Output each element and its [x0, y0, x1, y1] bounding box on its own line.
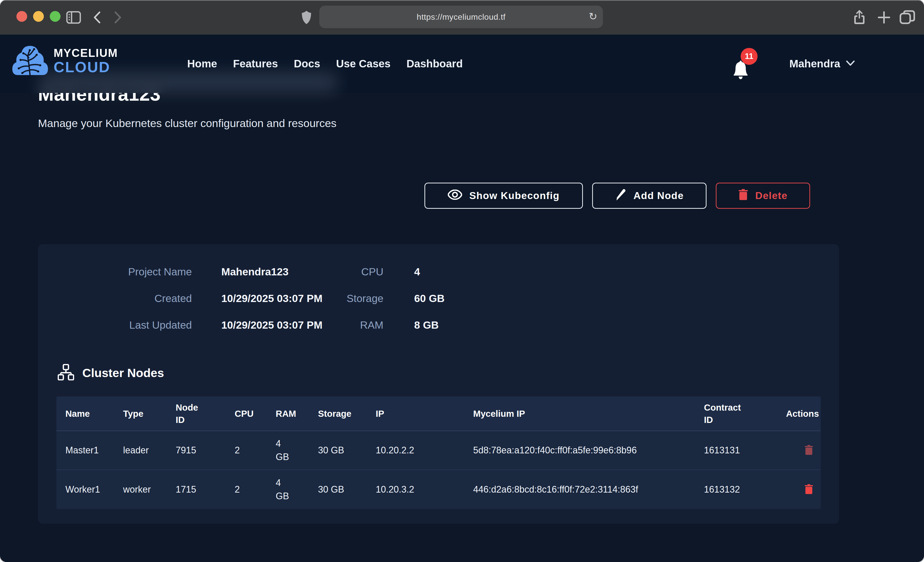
cluster-nodes-table: Name Type Node ID CPU RAM Storage IP Myc…: [56, 396, 820, 509]
cell-cpu: 2: [235, 444, 276, 457]
nav-item-use-cases[interactable]: Use Cases: [336, 58, 390, 70]
ram-label: RAM: [294, 318, 383, 332]
shield-icon[interactable]: [297, 0, 315, 34]
page-body: Mahendra123 Manage your Kubernetes clust…: [0, 34, 924, 562]
col-contract-id: Contract ID: [704, 401, 786, 426]
cell-name: Master1: [65, 444, 123, 457]
col-mycelium-ip: Mycelium IP: [473, 408, 704, 420]
tab-overview-icon[interactable]: [898, 0, 917, 34]
pencil-icon: [615, 189, 626, 203]
brand-logo[interactable]: MYCELIUM CLOUD: [10, 44, 118, 78]
cluster-actions-toolbar: Show Kubeconfig Add Node Delete: [424, 182, 810, 209]
table-header-row: Name Type Node ID CPU RAM Storage IP Myc…: [56, 396, 820, 431]
reload-icon[interactable]: ↻: [588, 10, 597, 22]
brand-name-bottom: CLOUD: [54, 60, 118, 75]
col-actions: Actions: [786, 408, 820, 420]
notification-count-badge: 11: [741, 48, 758, 65]
col-cpu: CPU: [235, 408, 276, 420]
brand-name-top: MYCELIUM: [54, 47, 118, 59]
table-row: Worker1 worker 1715 2 4 GB 30 GB 10.20.3…: [56, 470, 820, 509]
fullscreen-button[interactable]: [50, 11, 60, 22]
cell-contract-id: 1613132: [704, 483, 786, 496]
trash-icon: [804, 492, 813, 496]
last-updated-label: Last Updated: [38, 318, 192, 332]
delete-label: Delete: [755, 190, 788, 201]
col-storage: Storage: [318, 408, 376, 420]
cell-ram: 4 GB: [276, 476, 318, 503]
browser-toolbar: https://myceliumcloud.tf ↻: [0, 0, 924, 34]
notifications-button[interactable]: 11: [731, 52, 760, 83]
trash-icon: [738, 189, 748, 203]
new-tab-icon[interactable]: [875, 0, 893, 34]
cluster-details-card: Project Name Mahendra123 Created 10/29/2…: [38, 244, 839, 524]
add-node-label: Add Node: [633, 190, 684, 201]
cell-node-id: 1715: [176, 483, 235, 496]
storage-value: 60 GB: [414, 292, 445, 305]
nav-item-docs[interactable]: Docs: [294, 58, 320, 70]
delete-node-button[interactable]: [797, 443, 820, 457]
cell-type: leader: [123, 444, 176, 457]
back-icon[interactable]: [89, 0, 105, 34]
address-bar[interactable]: https://myceliumcloud.tf ↻: [319, 6, 603, 28]
cpu-value: 4: [414, 265, 445, 278]
forward-icon[interactable]: [110, 0, 126, 34]
share-icon[interactable]: [850, 0, 868, 34]
app-header: MYCELIUM CLOUD Home Features Docs Use Ca…: [0, 34, 924, 93]
user-name: Mahendra: [789, 58, 840, 70]
main-nav: Home Features Docs Use Cases Dashboard: [187, 34, 463, 93]
cell-name: Worker1: [65, 483, 123, 496]
cell-mycelium-ip: 5d8:78ea:a120:f40c:ff0f:a5fe:99e6:8b96: [473, 444, 704, 457]
show-kubeconfig-button[interactable]: Show Kubeconfig: [424, 182, 583, 209]
cluster-nodes-heading: Cluster Nodes: [58, 364, 164, 381]
brand-logo-text: MYCELIUM CLOUD: [54, 47, 118, 75]
cell-mycelium-ip: 446:d2a6:8bcd:8c16:ff0f:72e2:3114:863f: [473, 483, 704, 496]
ram-value: 8 GB: [414, 318, 445, 332]
cell-ram: 4 GB: [276, 437, 318, 463]
col-name: Name: [65, 408, 123, 420]
nav-item-dashboard[interactable]: Dashboard: [406, 58, 463, 70]
add-node-button[interactable]: Add Node: [592, 182, 706, 209]
delete-cluster-button[interactable]: Delete: [716, 182, 810, 209]
cpu-label: CPU: [294, 265, 383, 278]
cell-type: worker: [123, 483, 176, 496]
browser-window: https://myceliumcloud.tf ↻ Mahendra123 M…: [0, 0, 924, 562]
page-subtitle: Manage your Kubernetes cluster configura…: [38, 117, 336, 130]
project-info-left: Project Name Mahendra123 Created 10/29/2…: [38, 265, 322, 332]
col-ram: RAM: [276, 408, 318, 420]
col-type: Type: [123, 408, 176, 420]
cell-storage: 30 GB: [318, 483, 376, 496]
cell-cpu: 2: [235, 483, 276, 496]
project-info-right: CPU 4 Storage 60 GB RAM 8 GB: [294, 265, 445, 332]
cell-contract-id: 1613131: [704, 444, 786, 457]
cell-storage: 30 GB: [318, 444, 376, 457]
sitemap-icon: [58, 364, 74, 381]
col-ip: IP: [376, 408, 473, 420]
created-label: Created: [38, 292, 192, 305]
url-text: https://myceliumcloud.tf: [417, 12, 506, 22]
delete-node-button[interactable]: [797, 482, 820, 497]
trash-icon: [804, 453, 813, 456]
user-menu[interactable]: Mahendra: [789, 34, 855, 93]
nav-item-home[interactable]: Home: [187, 58, 217, 70]
cloud-tree-logo-icon: [10, 44, 50, 78]
col-node-id: Node ID: [176, 401, 235, 426]
cell-ip: 10.20.2.2: [376, 444, 473, 457]
cell-ip: 10.20.3.2: [376, 483, 473, 496]
minimize-button[interactable]: [33, 11, 44, 22]
chevron-down-icon: [846, 60, 855, 67]
close-button[interactable]: [16, 11, 27, 22]
cell-node-id: 7915: [176, 444, 235, 457]
cluster-nodes-title: Cluster Nodes: [82, 366, 164, 380]
show-kubeconfig-label: Show Kubeconfig: [469, 190, 560, 201]
storage-label: Storage: [294, 292, 383, 305]
eye-icon: [448, 190, 462, 202]
sidebar-toggle-icon[interactable]: [64, 0, 82, 34]
project-name-label: Project Name: [38, 265, 192, 278]
nav-item-features[interactable]: Features: [233, 58, 278, 70]
table-row: Master1 leader 7915 2 4 GB 30 GB 10.20.2…: [56, 431, 820, 470]
